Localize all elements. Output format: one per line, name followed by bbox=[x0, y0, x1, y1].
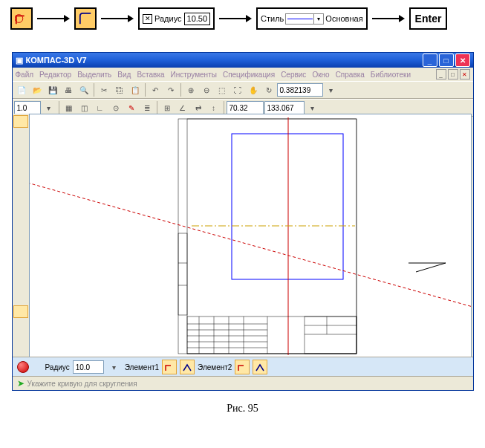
menu-item[interactable]: Файл bbox=[16, 71, 34, 79]
stop-command-button[interactable] bbox=[17, 361, 29, 373]
enter-button[interactable]: Enter bbox=[409, 7, 448, 30]
svg-marker-6 bbox=[246, 15, 252, 22]
angle-button[interactable]: ∠ bbox=[175, 100, 190, 115]
maximize-button[interactable]: □ bbox=[439, 53, 454, 67]
dropdown-icon[interactable]: ▾ bbox=[107, 360, 122, 374]
menu-bar: Файл Редактор Выделить Вид Вставка Инстр… bbox=[13, 68, 473, 81]
style-select[interactable]: ▾ bbox=[285, 13, 324, 25]
mdi-close-button[interactable]: ✕ bbox=[460, 69, 470, 79]
style-name: Основная bbox=[325, 14, 362, 23]
grid-button[interactable]: ▦ bbox=[62, 100, 77, 115]
radius-input[interactable]: 10.50 bbox=[184, 13, 211, 25]
zoom-input[interactable]: 0.382139 bbox=[277, 83, 323, 97]
chamfer-tool-button[interactable] bbox=[13, 319, 28, 331]
hatch-tool-button[interactable] bbox=[13, 331, 28, 344]
mdi-min-button[interactable]: _ bbox=[436, 69, 446, 79]
drawing-canvas[interactable] bbox=[29, 114, 472, 357]
preview-button[interactable]: 🔍 bbox=[77, 82, 91, 97]
ellipse-tool-button[interactable] bbox=[13, 265, 28, 278]
snap-point-button[interactable]: ⊙ bbox=[108, 100, 123, 115]
zoom-in-button[interactable]: ⊕ bbox=[183, 82, 198, 97]
element2-mode-button[interactable] bbox=[235, 360, 250, 374]
geometry-panel-button[interactable] bbox=[13, 115, 28, 128]
arrow-icon bbox=[101, 13, 134, 24]
element1-mode2-button[interactable] bbox=[180, 360, 195, 374]
arc-tool-button[interactable] bbox=[13, 252, 28, 264]
scale-input[interactable]: 1.0 bbox=[14, 101, 41, 114]
status-bar: ➤ Укажите кривую для скругления bbox=[13, 376, 473, 390]
circle-tool-button[interactable] bbox=[13, 239, 28, 252]
ortho-button[interactable]: ∟ bbox=[93, 100, 108, 115]
arrow-icon bbox=[372, 13, 405, 24]
app-icon: ▣ bbox=[16, 56, 23, 65]
select-panel-button[interactable] bbox=[13, 195, 28, 207]
cut-button[interactable]: ✂ bbox=[97, 82, 111, 97]
x-coord-input[interactable]: 70.32 bbox=[227, 101, 264, 114]
line-tool-button[interactable] bbox=[13, 226, 28, 238]
toggle-button[interactable]: ↕ bbox=[206, 100, 221, 115]
element1-label: Элемент1 bbox=[125, 363, 159, 371]
radius-checkbox[interactable]: ✕ bbox=[143, 14, 152, 24]
symbols-panel-button[interactable] bbox=[13, 142, 28, 155]
menu-item[interactable]: Справка bbox=[336, 71, 365, 79]
marker-button[interactable]: ✎ bbox=[124, 100, 139, 115]
redo-button[interactable]: ↷ bbox=[163, 82, 178, 97]
toolbar-row-1: 📄 📂 💾 🖶 🔍 ✂ ⿻ 📋 ↶ ↷ ⊕ ⊖ ⬚ ⛶ ✋ ↻ 0.382139… bbox=[13, 81, 473, 99]
measure-panel-button[interactable] bbox=[13, 181, 28, 194]
params-panel-button[interactable] bbox=[13, 168, 28, 181]
minimize-button[interactable]: _ bbox=[423, 53, 437, 67]
menu-item[interactable]: Вид bbox=[117, 71, 131, 79]
close-button[interactable]: ✕ bbox=[455, 53, 470, 67]
style-group: Стиль ▾ Основная bbox=[256, 7, 368, 30]
fillet-tool-button[interactable] bbox=[13, 305, 28, 318]
text-tool-button[interactable] bbox=[13, 345, 28, 357]
app-title: КОМПАС-3D V7 bbox=[26, 56, 87, 65]
dropdown-icon[interactable]: ▾ bbox=[42, 100, 56, 115]
mdi-max-button[interactable]: □ bbox=[448, 69, 458, 79]
dropdown-icon[interactable]: ▾ bbox=[305, 100, 320, 115]
undo-button[interactable]: ↶ bbox=[148, 82, 163, 97]
dropdown-icon[interactable]: ▾ bbox=[324, 82, 339, 97]
menu-item[interactable]: Вставка bbox=[137, 71, 164, 79]
copy-button[interactable]: ⿻ bbox=[112, 82, 127, 97]
y-coord-input[interactable]: 133.067 bbox=[264, 101, 305, 114]
paste-button[interactable]: 📋 bbox=[128, 82, 143, 97]
radius-label: Радиус bbox=[154, 14, 182, 23]
corner-tool-icon[interactable] bbox=[74, 7, 97, 30]
menu-item[interactable]: Выделить bbox=[77, 71, 111, 79]
menu-item[interactable]: Инструменты bbox=[171, 71, 217, 79]
menu-item[interactable]: Окно bbox=[312, 71, 329, 79]
coord-button[interactable]: ⊞ bbox=[160, 100, 175, 115]
element1-mode-button[interactable] bbox=[162, 360, 177, 374]
dropdown-icon: ▾ bbox=[313, 14, 323, 24]
figure-caption: Рис. 95 bbox=[7, 403, 478, 415]
menu-item[interactable]: Спецификация bbox=[223, 71, 275, 79]
refresh-button[interactable]: ↻ bbox=[261, 82, 276, 97]
pan-button[interactable]: ✋ bbox=[246, 82, 261, 97]
save-button[interactable]: 💾 bbox=[45, 82, 60, 97]
menu-item[interactable]: Библиотеки bbox=[371, 71, 411, 79]
layer-button[interactable]: ≣ bbox=[140, 100, 154, 115]
dims-panel-button[interactable] bbox=[13, 129, 28, 141]
spline-tool-button[interactable] bbox=[13, 279, 28, 291]
edit-panel-button[interactable] bbox=[13, 155, 28, 168]
toolbar-flow: ✕ Радиус 10.50 Стиль ▾ Основная Enter bbox=[7, 7, 478, 30]
print-button[interactable]: 🖶 bbox=[61, 82, 76, 97]
fillet-tool-icon[interactable] bbox=[10, 7, 33, 30]
radius-input[interactable]: 10.0 bbox=[73, 360, 104, 374]
menu-item[interactable]: Сервис bbox=[281, 71, 306, 79]
open-button[interactable]: 📂 bbox=[30, 82, 45, 97]
menu-item[interactable]: Редактор bbox=[39, 71, 71, 79]
svg-marker-8 bbox=[399, 15, 405, 22]
zoom-out-button[interactable]: ⊖ bbox=[199, 82, 214, 97]
toggle-button[interactable]: ⇄ bbox=[191, 100, 206, 115]
zoom-fit-button[interactable]: ⛶ bbox=[230, 82, 245, 97]
point-tool-button[interactable] bbox=[13, 212, 28, 225]
svg-marker-2 bbox=[64, 15, 70, 22]
status-text: Укажите кривую для скругления bbox=[27, 380, 137, 388]
rect-tool-button[interactable] bbox=[13, 292, 28, 305]
new-button[interactable]: 📄 bbox=[14, 82, 29, 97]
element2-mode2-button[interactable] bbox=[253, 360, 267, 374]
snap-button[interactable]: ◫ bbox=[77, 100, 92, 115]
zoom-window-button[interactable]: ⬚ bbox=[215, 82, 230, 97]
